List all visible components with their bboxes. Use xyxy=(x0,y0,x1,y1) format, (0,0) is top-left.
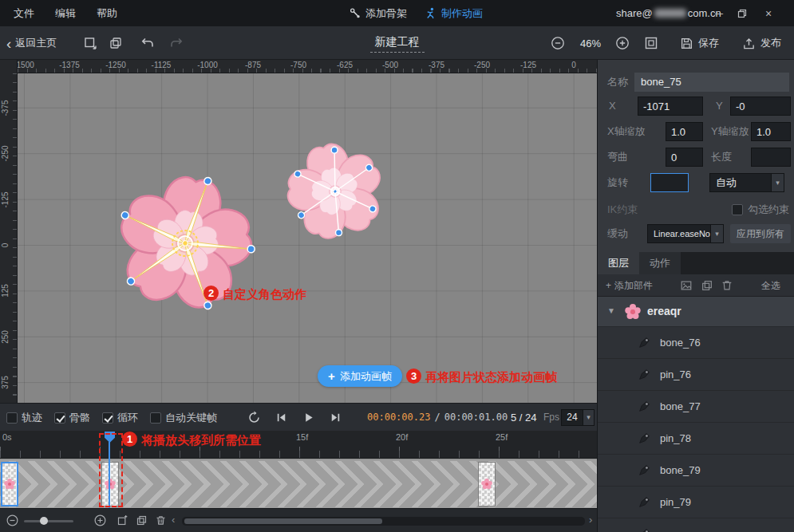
rotate-input[interactable] xyxy=(650,173,689,192)
fps-select[interactable]: 24 ▾ xyxy=(561,409,595,426)
copy-frame-button[interactable] xyxy=(117,514,129,527)
toggle-loop[interactable]: 循环 xyxy=(102,411,138,425)
tree-item-pin-76[interactable]: pin_76 xyxy=(598,359,794,391)
track-checkbox[interactable] xyxy=(6,412,18,424)
flower-artwork[interactable] xyxy=(18,73,597,403)
project-title[interactable]: 新建工程 xyxy=(370,35,425,53)
menu-file[interactable]: 文件 xyxy=(3,6,45,21)
ruler-v-label: 125 xyxy=(1,275,10,307)
frame-counter: 5 / 24 xyxy=(511,412,537,424)
track-chevrons xyxy=(0,484,597,507)
tab-layers[interactable]: 图层 xyxy=(598,252,639,274)
back-home-button[interactable]: ‹ 返回主页 xyxy=(6,26,57,60)
tree-item-pin-79[interactable]: pin_79 xyxy=(598,487,794,518)
tab-add-skeleton-label: 添加骨架 xyxy=(365,6,407,21)
scale-x-input[interactable] xyxy=(666,122,703,141)
toggle-bones-label: 骨骼 xyxy=(69,411,90,425)
save-button[interactable]: 保存 xyxy=(680,26,719,60)
autokey-checkbox[interactable] xyxy=(150,412,161,424)
fit-view-button[interactable] xyxy=(644,36,658,50)
step-forward-button[interactable] xyxy=(326,408,345,427)
reset-loop-button[interactable] xyxy=(244,408,263,427)
ease-select[interactable]: Linear.easeNone ▾ xyxy=(647,224,724,243)
scale-y-input[interactable] xyxy=(751,122,791,141)
add-animation-frame-button[interactable]: + 添加动画帧 xyxy=(318,365,402,387)
toggle-track-label: 轨迹 xyxy=(22,411,42,425)
tree-root-ereaqr[interactable]: ▼ ereaqr xyxy=(598,297,794,327)
toggle-track[interactable]: 轨迹 xyxy=(6,411,42,425)
menu-help[interactable]: 帮助 xyxy=(86,6,128,21)
duplicate-layer-button[interactable] xyxy=(701,279,713,292)
minimize-button[interactable]: ─ xyxy=(713,7,725,20)
keyframe-cell-24[interactable] xyxy=(478,462,496,506)
undo-button[interactable] xyxy=(140,36,155,50)
restore-button[interactable] xyxy=(737,9,750,18)
tab-add-skeleton[interactable]: 添加骨架 xyxy=(349,6,407,21)
account-prefix: share@ xyxy=(616,7,653,19)
select-all-button[interactable]: 全选 xyxy=(761,274,780,297)
scroll-left-button[interactable]: ‹ xyxy=(172,514,175,526)
zoom-out-button[interactable] xyxy=(551,36,565,50)
tree-root-label: ereaqr xyxy=(647,305,681,317)
keyframe-cell-0[interactable] xyxy=(1,462,18,506)
loop-checkbox[interactable] xyxy=(102,412,113,424)
total-time: 00:00:01.00 xyxy=(444,412,508,423)
apply-to-all-button[interactable]: 应用到所有 xyxy=(730,224,791,243)
tree-item-pin-78[interactable]: pin_78 xyxy=(598,423,794,455)
flower-keyframe-icon xyxy=(4,479,15,490)
publish-button[interactable]: 发布 xyxy=(742,26,781,60)
tree-item-label: pin_76 xyxy=(660,368,691,380)
save-icon xyxy=(680,37,693,50)
zoom-in-button[interactable] xyxy=(615,36,630,50)
bend-input[interactable] xyxy=(666,148,703,167)
duplicate-button[interactable] xyxy=(109,36,123,50)
zoom-level: 46% xyxy=(573,37,608,49)
tree-item-bone-79[interactable]: bone_79 xyxy=(598,455,794,487)
scroll-right-button[interactable]: › xyxy=(589,514,592,526)
paste-frame-button[interactable] xyxy=(136,514,148,527)
stage-canvas[interactable]: 2 自定义角色动作 + 添加动画帧 3 再将图片状态添加动画帧 xyxy=(18,73,597,403)
close-button[interactable]: × xyxy=(762,7,775,20)
timeline-track[interactable] xyxy=(0,459,597,508)
tree-item-partial[interactable] xyxy=(598,518,794,532)
image-button[interactable] xyxy=(680,279,693,292)
tree-item-bone-76[interactable]: bone_76 xyxy=(598,327,794,359)
timeline-ruler[interactable]: 0s 15f 20f 25f xyxy=(0,431,597,459)
rotate-mode-value: 自动 xyxy=(710,174,771,191)
add-part-button[interactable]: + 添加部件 xyxy=(606,274,653,297)
tab-make-animation[interactable]: 制作动画 xyxy=(425,6,483,21)
save-label: 保存 xyxy=(698,36,719,50)
toggle-bones[interactable]: 骨骼 xyxy=(54,411,90,425)
ik-checkbox[interactable] xyxy=(732,204,743,215)
tab-actions[interactable]: 动作 xyxy=(639,252,681,274)
menu-edit[interactable]: 编辑 xyxy=(45,6,86,21)
step-back-button[interactable] xyxy=(271,408,290,427)
delete-layer-button[interactable] xyxy=(721,279,733,292)
rotate-mode-select[interactable]: 自动 ▾ xyxy=(709,173,784,192)
timeline-zoom-slider[interactable] xyxy=(24,520,73,522)
play-button[interactable] xyxy=(298,408,318,427)
ruler-frame-label: 15f xyxy=(296,432,308,442)
transport-controls xyxy=(244,408,345,427)
capture-button[interactable] xyxy=(83,36,97,50)
delete-frame-button[interactable] xyxy=(155,514,168,527)
ruler-h-label: -125 xyxy=(512,61,544,69)
x-input[interactable] xyxy=(638,97,703,116)
timeline-hscrollbar-thumb[interactable] xyxy=(184,518,382,524)
redo-button[interactable] xyxy=(169,36,184,50)
timeline-zoom-handle[interactable] xyxy=(40,517,48,525)
bones-checkbox[interactable] xyxy=(54,412,65,424)
length-input[interactable] xyxy=(751,148,791,167)
track-chevrons xyxy=(0,461,597,484)
zoom-in-timeline-button[interactable] xyxy=(94,514,107,527)
ik-check-label: 勾选约束 xyxy=(748,200,789,219)
tree-item-bone-77[interactable]: bone_77 xyxy=(598,391,794,423)
rotate-label: 旋转 xyxy=(607,173,628,192)
y-input[interactable] xyxy=(730,97,791,116)
zoom-out-icon xyxy=(551,36,565,50)
zoom-out-timeline-button[interactable] xyxy=(6,514,19,527)
toggle-autokey[interactable]: 自动关键帧 xyxy=(150,411,217,425)
bone-icon xyxy=(638,336,651,349)
play-icon xyxy=(302,411,315,424)
tree-expand-icon[interactable]: ▼ xyxy=(607,306,615,315)
